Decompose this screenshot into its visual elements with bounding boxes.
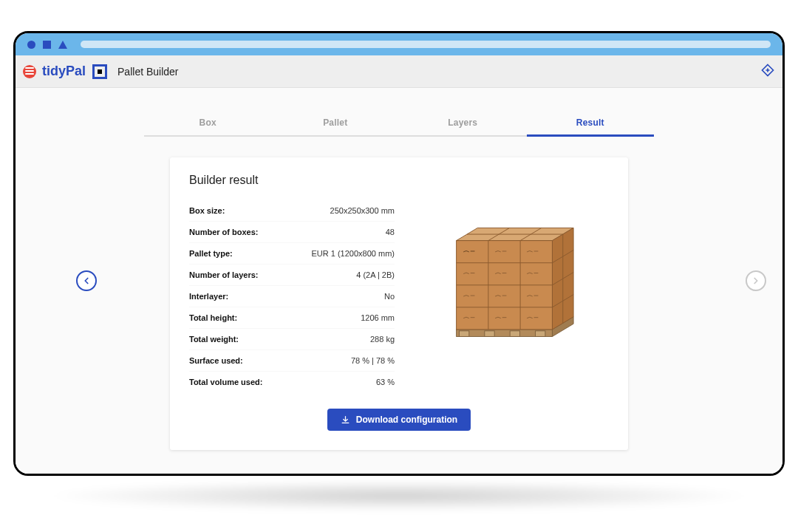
tab-pallet[interactable]: Pallet	[272, 112, 400, 135]
window-shadow	[44, 480, 754, 511]
spec-row: Box size:250x250x300 mm	[189, 200, 395, 222]
spec-label: Total height:	[189, 313, 237, 322]
prev-step-button[interactable]	[76, 270, 97, 291]
next-step-button	[746, 270, 766, 291]
window-triangle-icon	[58, 41, 67, 49]
pallet-3d-icon	[435, 204, 590, 359]
browser-titlebar	[16, 33, 782, 55]
spec-label: Total weight:	[189, 335, 239, 344]
svg-rect-6	[536, 331, 545, 337]
window-square-icon	[43, 41, 51, 49]
svg-rect-5	[510, 331, 519, 337]
spec-value: 1206 mm	[361, 313, 395, 322]
spec-row: Interlayer:No	[189, 286, 395, 307]
spec-value: 78 % | 78 %	[351, 356, 395, 365]
app-title: Pallet Builder	[117, 66, 179, 78]
spec-value: 288 kg	[370, 335, 395, 344]
spec-row: Total height:1206 mm	[189, 307, 395, 329]
spec-value: No	[384, 292, 395, 301]
spec-label: Surface used:	[189, 356, 243, 365]
spec-label: Number of layers:	[189, 270, 259, 279]
address-bar-placeholder	[81, 41, 771, 48]
spec-row: Total weight:288 kg	[189, 329, 395, 350]
brand-mark-icon	[92, 64, 107, 79]
tab-box[interactable]: Box	[144, 112, 272, 135]
spec-label: Box size:	[189, 206, 225, 215]
app-body: Box Pallet Layers Result Builder result …	[16, 88, 782, 474]
spec-value: 4 (2A | 2B)	[356, 270, 395, 279]
spec-value: 48	[386, 228, 395, 236]
spec-label: Interlayer:	[189, 292, 228, 301]
download-label: Download configuration	[356, 415, 457, 425]
spec-table: Box size:250x250x300 mm Number of boxes:…	[189, 200, 395, 392]
svg-rect-3	[459, 331, 468, 337]
spec-value: 250x250x300 mm	[330, 206, 395, 215]
spec-row: Total volume used:63 %	[189, 372, 395, 392]
spec-label: Pallet type:	[189, 249, 233, 258]
tab-result[interactable]: Result	[527, 112, 655, 135]
spec-row: Number of boxes:48	[189, 222, 395, 243]
card-title: Builder result	[189, 174, 609, 187]
spec-row: Pallet type:EUR 1 (1200x800 mm)	[189, 243, 395, 265]
browser-window: tidyPal Pallet Builder Box Pallet La	[13, 31, 785, 476]
pallet-visualization	[417, 200, 609, 363]
app-header: tidyPal Pallet Builder	[16, 55, 782, 88]
brand-logo-icon	[23, 65, 36, 78]
brand-name: tidyPal	[42, 64, 86, 79]
spec-label: Total volume used:	[189, 378, 262, 386]
tab-layers[interactable]: Layers	[399, 112, 527, 135]
spec-value: EUR 1 (1200x800 mm)	[312, 249, 395, 258]
brand-diamond-icon	[760, 63, 775, 81]
app-area: tidyPal Pallet Builder Box Pallet La	[16, 55, 782, 474]
spec-row: Number of layers:4 (2A | 2B)	[189, 265, 395, 286]
step-tabs: Box Pallet Layers Result	[144, 112, 654, 137]
svg-rect-4	[485, 331, 494, 337]
download-icon	[341, 415, 350, 425]
spec-label: Number of boxes:	[189, 228, 259, 236]
window-dot-icon	[27, 41, 35, 49]
spec-value: 63 %	[376, 378, 395, 386]
spec-row: Surface used:78 % | 78 %	[189, 350, 395, 372]
result-card: Builder result Box size:250x250x300 mm N…	[170, 157, 628, 450]
download-configuration-button[interactable]: Download configuration	[327, 409, 471, 431]
